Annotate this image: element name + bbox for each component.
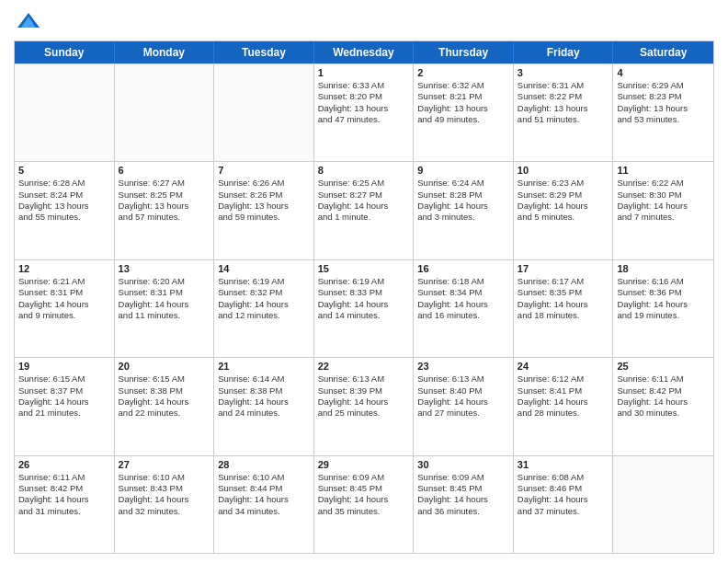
cell-line: and 32 minutes. bbox=[119, 506, 210, 517]
cell-line: Daylight: 14 hours bbox=[218, 396, 310, 408]
cell-line: and 47 minutes. bbox=[318, 114, 410, 125]
cell-line: Sunrise: 6:24 AM bbox=[417, 178, 509, 189]
cell-line: Sunset: 8:46 PM bbox=[518, 483, 609, 494]
cell-line: Sunrise: 6:22 AM bbox=[617, 178, 710, 189]
cell-line: and 11 minutes. bbox=[119, 310, 210, 321]
day-number: 21 bbox=[218, 361, 310, 372]
cell-line: Daylight: 14 hours bbox=[18, 494, 110, 505]
cell-line: Sunrise: 6:17 AM bbox=[518, 276, 609, 287]
day-cell-27: 27Sunrise: 6:10 AMSunset: 8:43 PMDayligh… bbox=[115, 456, 215, 553]
cell-line: and 36 minutes. bbox=[417, 506, 509, 517]
cell-line: Daylight: 14 hours bbox=[18, 396, 110, 408]
day-cell-4: 4Sunrise: 6:29 AMSunset: 8:23 PMDaylight… bbox=[613, 64, 713, 161]
calendar-row-3: 12Sunrise: 6:21 AMSunset: 8:31 PMDayligh… bbox=[15, 259, 713, 357]
cell-line: Daylight: 14 hours bbox=[617, 201, 710, 212]
cell-line: and 57 minutes. bbox=[119, 212, 210, 223]
day-number: 17 bbox=[518, 263, 609, 274]
cell-line: Sunset: 8:21 PM bbox=[417, 91, 509, 102]
calendar-row-4: 19Sunrise: 6:15 AMSunset: 8:37 PMDayligh… bbox=[15, 357, 713, 454]
cell-line: Daylight: 14 hours bbox=[218, 494, 310, 505]
day-number: 10 bbox=[518, 165, 609, 176]
cell-line: Sunrise: 6:20 AM bbox=[119, 276, 210, 287]
day-number: 22 bbox=[318, 361, 410, 372]
day-cell-1: 1Sunrise: 6:33 AMSunset: 8:20 PMDaylight… bbox=[314, 64, 415, 161]
cell-line: Sunrise: 6:32 AM bbox=[417, 80, 509, 91]
cell-line: Daylight: 13 hours bbox=[318, 103, 410, 114]
cell-line: and 19 minutes. bbox=[617, 310, 710, 321]
day-number: 20 bbox=[119, 361, 210, 372]
cell-line: Sunset: 8:31 PM bbox=[18, 287, 110, 298]
day-number: 23 bbox=[417, 361, 509, 372]
page: SundayMondayTuesdayWednesdayThursdayFrid… bbox=[0, 0, 728, 563]
weekday-header-wednesday: Wednesday bbox=[314, 41, 415, 63]
day-number: 28 bbox=[218, 459, 310, 470]
cell-line: Sunset: 8:32 PM bbox=[218, 287, 310, 298]
calendar-body: 1Sunrise: 6:33 AMSunset: 8:20 PMDaylight… bbox=[15, 63, 713, 553]
weekday-header-monday: Monday bbox=[115, 41, 215, 63]
cell-line: Sunrise: 6:12 AM bbox=[518, 373, 609, 385]
cell-line: Sunset: 8:27 PM bbox=[318, 190, 410, 201]
cell-line: Sunrise: 6:15 AM bbox=[119, 373, 210, 385]
cell-line: Sunset: 8:38 PM bbox=[119, 385, 210, 396]
cell-line: Sunset: 8:40 PM bbox=[417, 385, 509, 396]
cell-line: Sunset: 8:30 PM bbox=[617, 190, 710, 201]
day-number: 29 bbox=[318, 459, 410, 470]
weekday-header-sunday: Sunday bbox=[15, 41, 115, 63]
calendar-row-1: 1Sunrise: 6:33 AMSunset: 8:20 PMDaylight… bbox=[15, 63, 713, 161]
cell-line: Sunrise: 6:11 AM bbox=[18, 472, 110, 483]
day-cell-3: 3Sunrise: 6:31 AMSunset: 8:22 PMDaylight… bbox=[514, 64, 614, 161]
cell-line: Sunrise: 6:13 AM bbox=[318, 373, 410, 385]
day-number: 14 bbox=[218, 263, 310, 274]
day-number: 30 bbox=[417, 459, 509, 470]
day-number: 18 bbox=[617, 263, 710, 274]
empty-cell bbox=[214, 64, 314, 161]
cell-line: and 21 minutes. bbox=[18, 408, 110, 419]
cell-line: and 59 minutes. bbox=[218, 212, 310, 223]
cell-line: Sunrise: 6:23 AM bbox=[518, 178, 609, 189]
day-cell-6: 6Sunrise: 6:27 AMSunset: 8:25 PMDaylight… bbox=[115, 162, 215, 259]
cell-line: Sunrise: 6:19 AM bbox=[318, 276, 410, 287]
cell-line: Daylight: 14 hours bbox=[318, 396, 410, 408]
cell-line: Sunrise: 6:21 AM bbox=[18, 276, 110, 287]
cell-line: Daylight: 14 hours bbox=[518, 201, 609, 212]
logo-icon bbox=[16, 9, 41, 35]
day-cell-29: 29Sunrise: 6:09 AMSunset: 8:45 PMDayligh… bbox=[314, 456, 415, 553]
cell-line: Daylight: 14 hours bbox=[18, 299, 110, 310]
cell-line: Daylight: 14 hours bbox=[119, 396, 210, 408]
cell-line: Sunset: 8:34 PM bbox=[417, 287, 509, 298]
cell-line: Sunset: 8:37 PM bbox=[18, 385, 110, 396]
cell-line: Sunrise: 6:10 AM bbox=[119, 472, 210, 483]
cell-line: Sunset: 8:31 PM bbox=[119, 287, 210, 298]
cell-line: Sunset: 8:42 PM bbox=[617, 385, 710, 396]
day-number: 31 bbox=[518, 459, 609, 470]
cell-line: and 49 minutes. bbox=[417, 114, 509, 125]
day-number: 5 bbox=[18, 165, 110, 176]
cell-line: Daylight: 13 hours bbox=[18, 201, 110, 212]
cell-line: and 37 minutes. bbox=[518, 506, 609, 517]
day-number: 16 bbox=[417, 263, 509, 274]
cell-line: Sunset: 8:29 PM bbox=[518, 190, 609, 201]
cell-line: Daylight: 14 hours bbox=[417, 299, 509, 310]
cell-line: and 55 minutes. bbox=[18, 212, 110, 223]
cell-line: Sunset: 8:23 PM bbox=[617, 91, 710, 102]
cell-line: Sunrise: 6:08 AM bbox=[518, 472, 609, 483]
cell-line: Sunset: 8:44 PM bbox=[218, 483, 310, 494]
day-cell-12: 12Sunrise: 6:21 AMSunset: 8:31 PMDayligh… bbox=[15, 260, 115, 357]
calendar-header: SundayMondayTuesdayWednesdayThursdayFrid… bbox=[15, 41, 713, 63]
day-cell-15: 15Sunrise: 6:19 AMSunset: 8:33 PMDayligh… bbox=[314, 260, 415, 357]
cell-line: Daylight: 14 hours bbox=[518, 299, 609, 310]
day-cell-7: 7Sunrise: 6:26 AMSunset: 8:26 PMDaylight… bbox=[214, 162, 314, 259]
day-number: 13 bbox=[119, 263, 210, 274]
cell-line: Daylight: 13 hours bbox=[417, 103, 509, 114]
cell-line: Sunset: 8:24 PM bbox=[18, 190, 110, 201]
day-cell-25: 25Sunrise: 6:11 AMSunset: 8:42 PMDayligh… bbox=[613, 358, 713, 454]
cell-line: Daylight: 14 hours bbox=[119, 299, 210, 310]
day-cell-22: 22Sunrise: 6:13 AMSunset: 8:39 PMDayligh… bbox=[314, 358, 415, 454]
cell-line: Daylight: 14 hours bbox=[417, 201, 509, 212]
cell-line: and 30 minutes. bbox=[617, 408, 710, 419]
day-cell-13: 13Sunrise: 6:20 AMSunset: 8:31 PMDayligh… bbox=[115, 260, 215, 357]
day-number: 26 bbox=[18, 459, 110, 470]
cell-line: and 9 minutes. bbox=[18, 310, 110, 321]
cell-line: and 51 minutes. bbox=[518, 114, 609, 125]
day-cell-23: 23Sunrise: 6:13 AMSunset: 8:40 PMDayligh… bbox=[414, 358, 514, 454]
